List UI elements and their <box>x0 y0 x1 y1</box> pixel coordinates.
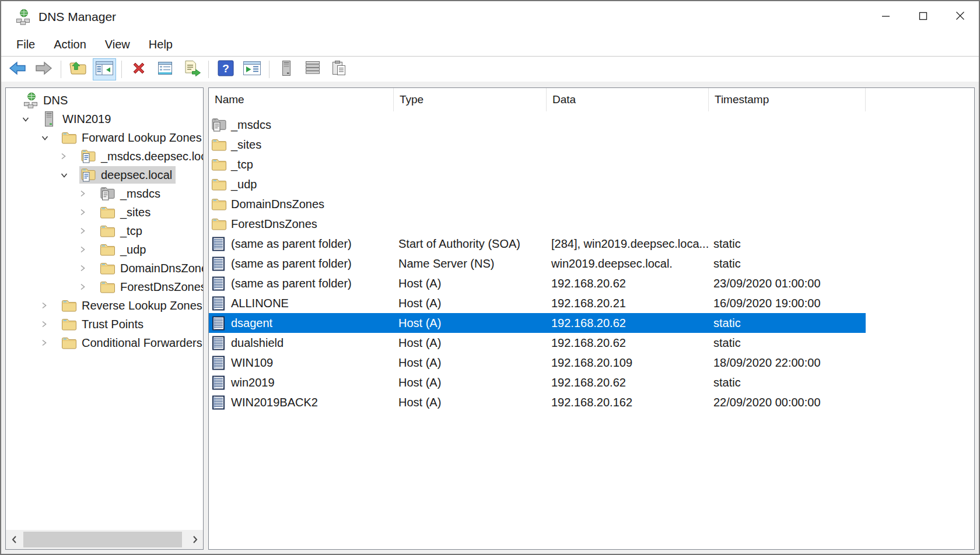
tree-item-win2019[interactable]: WIN2019 <box>6 110 203 128</box>
tree-item-forestdnszones[interactable]: ForestDnsZones <box>6 278 203 296</box>
zone-gray-icon <box>211 117 227 132</box>
tree-item-tcp[interactable]: _tcp <box>6 222 203 240</box>
chevron-right-icon[interactable] <box>41 320 60 328</box>
tree-item-trust-points[interactable]: Trust Points <box>6 315 203 333</box>
chevron-right-icon[interactable] <box>79 283 99 291</box>
properties-icon <box>156 59 174 79</box>
record-icon <box>211 355 227 371</box>
delete-icon <box>131 60 147 79</box>
folder-icon <box>211 177 227 191</box>
zone-icon <box>80 149 97 164</box>
list-row-same-as-parent-folder[interactable]: (same as parent folder) Start of Authori… <box>209 234 866 254</box>
content-area: DNS WIN2019 Forward Lookup Zones _msdcs.… <box>1 82 979 554</box>
folder-icon <box>61 317 78 331</box>
list-row-same-as-parent-folder[interactable]: (same as parent folder) Name Server (NS)… <box>209 254 866 273</box>
menu-help[interactable]: Help <box>139 38 182 51</box>
tree-horizontal-scrollbar[interactable] <box>6 530 203 549</box>
server-button[interactable] <box>275 58 298 80</box>
close-button[interactable] <box>942 1 979 33</box>
back-button[interactable] <box>6 58 29 80</box>
scrollbar-thumb[interactable] <box>23 532 182 547</box>
title-bar: DNS Manager <box>1 1 979 33</box>
list-row-udp[interactable]: _udp <box>209 174 866 194</box>
column-header-type[interactable]: Type <box>394 88 547 111</box>
list-row-domaindnszones[interactable]: DomainDnsZones <box>209 194 866 214</box>
properties-button[interactable] <box>153 58 177 80</box>
scroll-left-arrow-icon[interactable] <box>7 530 21 549</box>
list-row-msdcs[interactable]: _msdcs <box>209 115 866 135</box>
record-icon <box>211 276 227 291</box>
close-icon <box>956 11 965 23</box>
tree-item-forward-lookup-zones[interactable]: Forward Lookup Zones <box>6 128 203 147</box>
list-row-win2019[interactable]: win2019 Host (A) 192.168.20.62 static <box>209 373 866 392</box>
minimize-button[interactable] <box>867 1 904 33</box>
record-icon <box>211 296 227 311</box>
tree-item-sites[interactable]: _sites <box>6 203 203 222</box>
record-list-button[interactable] <box>301 58 324 80</box>
toolbar-separator <box>208 61 209 78</box>
back-icon <box>8 59 27 79</box>
list-row-same-as-parent-folder[interactable]: (same as parent folder) Host (A) 192.168… <box>209 273 866 293</box>
folder-icon <box>100 224 116 238</box>
column-header-data[interactable]: Data <box>547 88 709 111</box>
chevron-right-icon[interactable] <box>60 152 79 160</box>
list-row-allinone[interactable]: ALLINONE Host (A) 192.168.20.21 16/09/20… <box>209 293 866 313</box>
record-icon <box>211 256 227 272</box>
chevron-down-icon[interactable] <box>22 116 41 122</box>
up-one-level-icon <box>69 59 88 79</box>
menu-view[interactable]: View <box>96 38 139 51</box>
server-icon <box>280 59 293 79</box>
delete-button[interactable] <box>127 58 150 80</box>
up-one-level-button[interactable] <box>66 58 90 80</box>
column-header-name[interactable]: Name <box>209 88 394 111</box>
tree-item-reverse-lookup-zones[interactable]: Reverse Lookup Zones <box>6 296 203 315</box>
list-row-win2019back2[interactable]: WIN2019BACK2 Host (A) 192.168.20.162 22/… <box>209 392 866 412</box>
menu-action[interactable]: Action <box>44 38 96 51</box>
server-icon <box>42 111 58 127</box>
tree-item-udp[interactable]: _udp <box>6 240 203 259</box>
chevron-right-icon[interactable] <box>79 227 99 235</box>
dns-root-icon <box>23 92 39 108</box>
chevron-right-icon[interactable] <box>79 189 99 198</box>
chevron-right-icon[interactable] <box>79 264 99 272</box>
list-row-win109[interactable]: WIN109 Host (A) 192.168.20.109 18/09/202… <box>209 353 866 373</box>
svg-text:?: ? <box>222 62 229 75</box>
show-console-tree-button[interactable] <box>93 58 116 80</box>
chevron-right-icon[interactable] <box>41 301 60 310</box>
folder-icon <box>211 197 227 211</box>
window-controls <box>867 1 979 33</box>
list-row-forestdnszones[interactable]: ForestDnsZones <box>209 214 866 234</box>
new-window-button[interactable] <box>240 58 264 80</box>
maximize-button[interactable] <box>904 1 942 33</box>
minimize-icon <box>881 12 890 23</box>
column-header-timestamp[interactable]: Timestamp <box>709 88 866 111</box>
export-list-button[interactable] <box>180 58 203 80</box>
list-row-dualshield[interactable]: dualshield Host (A) 192.168.20.62 static <box>209 333 866 353</box>
tree-item-conditional-forwarders[interactable]: Conditional Forwarders <box>6 333 203 352</box>
tree-item-domaindnszones[interactable]: DomainDnsZones <box>6 259 203 278</box>
toolbar-separator <box>121 61 122 78</box>
help-button[interactable]: ? <box>214 58 237 80</box>
tree-item-msdcs-deepsec-local[interactable]: _msdcs.deepsec.local <box>6 147 203 166</box>
forward-button[interactable] <box>32 58 55 80</box>
folder-icon <box>100 205 116 219</box>
chevron-down-icon[interactable] <box>60 172 79 178</box>
tree-item-deepsec-local[interactable]: deepsec.local <box>6 166 203 184</box>
menu-file[interactable]: File <box>7 38 44 51</box>
chevron-right-icon[interactable] <box>41 339 60 347</box>
tree-item-dns[interactable]: DNS <box>6 91 203 110</box>
copy-list-button[interactable] <box>327 58 351 80</box>
list-row-sites[interactable]: _sites <box>209 135 866 154</box>
console-tree: DNS WIN2019 Forward Lookup Zones _msdcs.… <box>6 88 203 352</box>
chevron-down-icon[interactable] <box>41 135 60 141</box>
folder-icon <box>211 157 227 171</box>
chevron-right-icon[interactable] <box>79 208 99 216</box>
list-row-tcp[interactable]: _tcp <box>209 154 866 174</box>
dns-manager-window: DNS Manager FileActionViewHelp ? DNS WIN… <box>0 0 980 555</box>
scroll-right-arrow-icon[interactable] <box>188 530 202 549</box>
tree-item-msdcs[interactable]: _msdcs <box>6 184 203 203</box>
folder-icon <box>61 336 78 350</box>
chevron-right-icon[interactable] <box>79 245 99 254</box>
folder-icon <box>100 243 116 257</box>
list-row-dsagent[interactable]: dsagent Host (A) 192.168.20.62 static <box>209 313 866 333</box>
